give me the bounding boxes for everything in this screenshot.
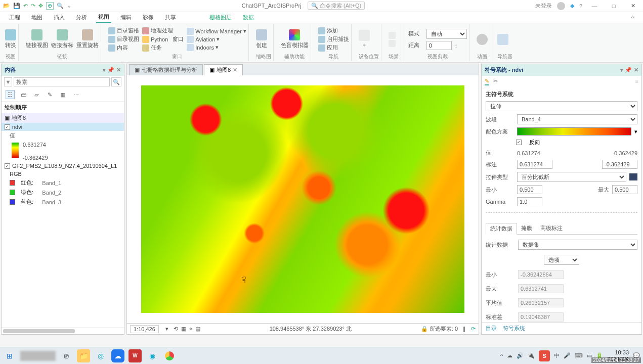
tab-raster-layer[interactable]: 栅格图层 xyxy=(207,12,234,23)
pause-drawing-icon[interactable]: ‖ xyxy=(463,326,466,332)
start-button[interactable]: ⊞ xyxy=(3,349,16,362)
close-tab-icon[interactable]: ✕ xyxy=(233,67,237,73)
redo-icon[interactable]: ↷ xyxy=(31,3,35,9)
chrome-icon[interactable] xyxy=(163,349,176,362)
add-button[interactable]: 添加 xyxy=(318,27,349,34)
gamma-input[interactable] xyxy=(517,197,542,206)
tray-sound-icon[interactable]: 🔊 xyxy=(517,352,524,359)
command-search[interactable]: 🔍 命令搜索 (Alt+Q) xyxy=(308,2,365,10)
ime-lang[interactable]: 中 xyxy=(554,352,560,359)
undo-icon[interactable]: ↶ xyxy=(23,3,28,9)
explore-icon[interactable]: ✥ xyxy=(38,3,43,9)
layer-visibility-checkbox[interactable]: ✓ xyxy=(5,124,10,130)
stats-options-select[interactable]: 选项 xyxy=(544,255,579,265)
indoors-button[interactable]: Indoors ▾ xyxy=(187,44,246,51)
refresh-icon[interactable]: ⟳ xyxy=(471,326,476,332)
band-select[interactable]: Band_4 xyxy=(517,114,637,124)
map-tab-1[interactable]: ▣ 七栅格数据处理与分析 xyxy=(129,64,203,75)
sym-pin-icon[interactable]: ▾ 📌 xyxy=(620,67,632,73)
qat-more-icon[interactable]: ⌄ xyxy=(67,3,71,9)
tab-share[interactable]: 共享 xyxy=(163,12,178,23)
list-by-snapping-icon[interactable]: ▦ xyxy=(58,90,67,99)
histogram-icon[interactable] xyxy=(629,173,637,180)
add-data-icon[interactable]: ⊕ xyxy=(46,2,54,10)
catalog-view-button[interactable]: 目录视图 xyxy=(108,35,139,43)
link-cursor-button[interactable]: 链接游标 xyxy=(51,29,73,49)
tab-view[interactable]: 视图 xyxy=(96,12,111,23)
toc-map[interactable]: ▣ 地图8 xyxy=(2,113,124,123)
bottom-tab-symbology[interactable]: 符号系统 xyxy=(503,325,525,332)
workflow-manager-button[interactable]: Workflow Manager ▾ xyxy=(187,28,246,35)
map-scale[interactable]: 1:10,426 xyxy=(130,325,159,333)
stretch-type-select[interactable]: 百分比截断 xyxy=(517,172,626,182)
clip-mode-select[interactable]: 自动 xyxy=(426,29,467,39)
geoprocessing-button[interactable]: 地理处理 xyxy=(142,27,184,34)
app1-icon[interactable]: ☁ xyxy=(111,349,124,362)
vary-symbology-icon[interactable]: ✂ xyxy=(493,78,498,85)
tab-project[interactable]: 工程 xyxy=(7,12,22,23)
convert-button[interactable]: 转换 xyxy=(5,29,16,49)
minimize-button[interactable]: — xyxy=(587,3,602,9)
snap-icon[interactable]: ⌖ xyxy=(189,326,192,332)
list-by-selection-icon[interactable]: ▱ xyxy=(32,90,41,99)
list-more-icon[interactable]: ⋯ xyxy=(71,90,80,99)
subtab-stats[interactable]: 统计数据 xyxy=(486,223,517,235)
toc-layer-ndvi[interactable]: ✓ ndvi xyxy=(2,123,124,131)
zoom-icon[interactable]: 🔍 xyxy=(57,3,64,9)
map-tab-2[interactable]: ▣ 地图8 ✕ xyxy=(204,64,243,75)
filter-icon[interactable]: ▼ xyxy=(4,77,12,86)
navigator-button[interactable] xyxy=(497,34,508,45)
app3-icon[interactable]: ◉ xyxy=(146,349,159,362)
contents-search[interactable] xyxy=(14,77,110,86)
apply-button[interactable]: 应用 xyxy=(318,44,349,52)
color-ramp[interactable] xyxy=(517,127,631,135)
close-button[interactable]: ✕ xyxy=(626,3,640,9)
user-avatar-icon[interactable] xyxy=(557,2,565,10)
map-canvas[interactable]: ☟ xyxy=(127,75,479,323)
max-clip-input[interactable] xyxy=(612,185,637,194)
constraint-icon[interactable]: ▦ xyxy=(181,326,186,332)
contents-button[interactable]: 内容 xyxy=(108,44,139,52)
pin-icon[interactable]: ▾ 📌 xyxy=(103,67,114,73)
notifications-icon[interactable]: ◆ xyxy=(570,3,574,9)
sym-close-icon[interactable]: ✕ xyxy=(634,67,638,73)
python-button[interactable]: Python 窗口 xyxy=(142,35,184,43)
reset-rotation-button[interactable]: 重置旋格 xyxy=(76,29,99,49)
tab-analysis[interactable]: 分析 xyxy=(74,12,89,23)
tab-edit[interactable]: 编辑 xyxy=(118,12,134,23)
link-views-button[interactable]: 链接视图 xyxy=(26,29,48,49)
toc-layer-gf2[interactable]: ✓ GF2_PMS2_E108.9_N27.4_20190604_L1 xyxy=(2,162,124,170)
list-by-source-icon[interactable]: 🗃 xyxy=(19,90,28,99)
edge-icon[interactable]: ◎ xyxy=(94,349,107,362)
folder-icon[interactable]: 📁 xyxy=(77,349,90,362)
label-high-input[interactable] xyxy=(517,160,552,169)
wps-icon[interactable]: W xyxy=(128,349,142,362)
tray-keyboard-icon[interactable]: ⌨ xyxy=(575,352,583,359)
invert-checkbox[interactable]: ✓ xyxy=(516,140,522,145)
animation-button[interactable] xyxy=(477,34,488,45)
layer2-visibility-checkbox[interactable]: ✓ xyxy=(5,163,10,169)
sym-menu-icon[interactable]: ≡ xyxy=(635,78,638,85)
tray-up-icon[interactable]: ^ xyxy=(500,353,503,359)
tasks-button[interactable]: 任务 xyxy=(142,44,184,52)
rotation-icon[interactable]: ⟲ xyxy=(174,326,178,332)
tab-data[interactable]: 数据 xyxy=(241,12,256,23)
bottom-tab-catalog[interactable]: 目录 xyxy=(486,325,497,332)
grid-icon[interactable]: ▤ xyxy=(195,326,200,332)
symbology-method-select[interactable]: 拉伸 xyxy=(486,101,637,111)
help-icon[interactable]: ? xyxy=(579,3,582,9)
create-thumbnail-button[interactable]: 创建 xyxy=(256,29,267,49)
tab-insert[interactable]: 插入 xyxy=(52,12,67,23)
clip-distance-input[interactable] xyxy=(426,41,452,50)
tray-mic-icon[interactable]: 🎤 xyxy=(564,352,571,359)
pane-close-icon[interactable]: ✕ xyxy=(116,67,121,73)
catalog-pane-button[interactable]: 目录窗格 xyxy=(108,27,139,34)
maximize-button[interactable]: □ xyxy=(607,3,621,9)
tab-map[interactable]: 地图 xyxy=(29,12,45,23)
list-by-editing-icon[interactable]: ✎ xyxy=(45,90,54,99)
subtab-mask[interactable]: 掩膜 xyxy=(517,223,536,234)
save-icon[interactable]: 💾 xyxy=(13,3,20,9)
horizontal-scrollbar[interactable] xyxy=(3,329,75,333)
enable-snap-button[interactable]: 启用捕捉 xyxy=(318,35,349,43)
label-low-input[interactable] xyxy=(602,160,637,169)
